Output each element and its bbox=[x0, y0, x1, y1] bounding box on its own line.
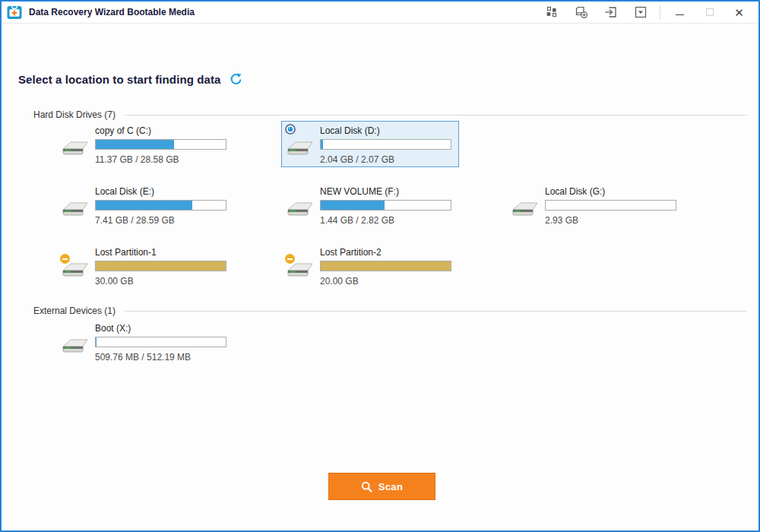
tiles-icon bbox=[546, 6, 558, 18]
drive-cell: Local Disk (D:) 2.04 GB / 2.07 GB bbox=[263, 120, 488, 181]
drive-cell: Lost Partition-1 30.00 GB bbox=[38, 242, 263, 302]
drive-info: Local Disk (G:) 2.93 GB bbox=[545, 182, 683, 227]
minimize-icon bbox=[676, 14, 684, 15]
drive-cell: Local Disk (E:) 7.41 GB / 28.59 GB bbox=[38, 181, 263, 242]
drive-usage-bar bbox=[320, 139, 451, 150]
titlebar: Data Recovery Wizard Bootable Media bbox=[2, 2, 758, 24]
device-plus-icon bbox=[575, 5, 588, 19]
dropdown-box-icon bbox=[634, 5, 648, 19]
drive-usage-fill bbox=[321, 201, 385, 210]
drive-info: copy of C (C:) 11.37 GB / 28.58 GB bbox=[95, 122, 233, 166]
drive-usage-fill bbox=[96, 140, 174, 149]
drive-usage-fill bbox=[321, 261, 451, 271]
drive-name: Boot (X:) bbox=[95, 323, 226, 334]
scan-button-label: Scan bbox=[378, 481, 403, 492]
section-external-devices: External Devices (1) bbox=[33, 306, 747, 316]
hard-disk-grid: copy of C (C:) 11.37 GB / 28.58 GB bbox=[38, 120, 713, 302]
drive-name: Local Disk (E:) bbox=[95, 186, 226, 197]
drive-card[interactable]: Lost Partition-1 30.00 GB bbox=[56, 242, 234, 289]
drive-icon-column bbox=[57, 122, 95, 166]
drive-info: Lost Partition-1 30.00 GB bbox=[95, 243, 233, 288]
hard-drive-icon bbox=[62, 336, 90, 357]
section-label: External Devices (1) bbox=[33, 306, 116, 316]
drive-card[interactable]: Local Disk (G:) 2.93 GB bbox=[506, 182, 684, 228]
drive-usage-fill bbox=[321, 140, 323, 149]
drive-name: Local Disk (D:) bbox=[320, 125, 451, 136]
drive-size: 2.93 GB bbox=[545, 215, 676, 226]
drive-name: copy of C (C:) bbox=[95, 125, 226, 136]
drive-icon-column bbox=[57, 319, 95, 364]
search-icon bbox=[361, 481, 372, 492]
drive-card[interactable]: Boot (X:) 509.76 MB / 512.19 MB bbox=[56, 318, 234, 365]
drive-card[interactable]: Local Disk (D:) 2.04 GB / 2.07 GB bbox=[281, 121, 459, 167]
drive-icon-column bbox=[282, 182, 320, 227]
drive-name: NEW VOLUME (F:) bbox=[320, 186, 451, 197]
drive-usage-bar bbox=[95, 139, 226, 150]
hard-drive-icon bbox=[511, 199, 540, 220]
drive-info: Local Disk (D:) 2.04 GB / 2.07 GB bbox=[320, 122, 458, 166]
drive-info: NEW VOLUME (F:) 1.44 GB / 2.82 GB bbox=[320, 182, 458, 227]
drive-icon-column bbox=[507, 182, 545, 227]
maximize-icon bbox=[706, 8, 714, 16]
drive-cell: Lost Partition-2 20.00 GB bbox=[263, 242, 488, 302]
drive-size: 509.76 MB / 512.19 MB bbox=[95, 352, 226, 363]
drive-usage-bar bbox=[320, 261, 451, 271]
app-logo-icon bbox=[6, 4, 23, 21]
app-window: Data Recovery Wizard Bootable Media bbox=[0, 0, 760, 532]
lost-partition-badge-icon bbox=[60, 254, 70, 264]
drive-size: 7.41 GB / 28.59 GB bbox=[95, 215, 226, 226]
close-icon: ✕ bbox=[734, 7, 744, 18]
drive-size: 2.04 GB / 2.07 GB bbox=[320, 154, 451, 165]
maximize-button[interactable] bbox=[695, 2, 724, 23]
drive-usage-bar bbox=[545, 200, 676, 211]
drive-icon-column bbox=[282, 243, 320, 288]
drive-usage-fill bbox=[96, 201, 192, 210]
drive-icon-column bbox=[57, 182, 95, 227]
page-title: Select a location to start finding data bbox=[18, 73, 220, 86]
drive-usage-fill bbox=[96, 261, 226, 271]
titlebar-separator bbox=[660, 5, 660, 19]
hard-drive-icon bbox=[287, 199, 315, 220]
external-devices-grid: Boot (X:) 509.76 MB / 512.19 MB bbox=[38, 318, 713, 378]
drive-icon-column bbox=[282, 122, 320, 166]
drive-usage-bar bbox=[320, 200, 451, 211]
drive-size: 20.00 GB bbox=[320, 276, 451, 287]
drive-size: 30.00 GB bbox=[95, 276, 226, 287]
drive-name: Local Disk (G:) bbox=[545, 186, 676, 197]
drive-info: Local Disk (E:) 7.41 GB / 28.59 GB bbox=[95, 182, 233, 227]
drive-card[interactable]: copy of C (C:) 11.37 GB / 28.58 GB bbox=[56, 121, 234, 167]
hard-drive-icon bbox=[62, 138, 90, 160]
drive-cell: NEW VOLUME (F:) 1.44 GB / 2.82 GB bbox=[263, 181, 488, 242]
section-divider bbox=[125, 311, 747, 312]
hard-drive-icon bbox=[287, 138, 315, 160]
menu-button[interactable] bbox=[625, 2, 655, 23]
refresh-icon[interactable] bbox=[230, 73, 242, 86]
drive-info: Lost Partition-2 20.00 GB bbox=[320, 243, 458, 288]
section-divider bbox=[125, 115, 747, 116]
section-label: Hard Disk Drives (7) bbox=[33, 109, 116, 120]
drive-name: Lost Partition-2 bbox=[320, 247, 451, 258]
minimize-button[interactable] bbox=[665, 2, 695, 23]
drive-card[interactable]: NEW VOLUME (F:) 1.44 GB / 2.82 GB bbox=[281, 182, 459, 228]
import-arrow-icon bbox=[604, 5, 618, 19]
drive-usage-bar bbox=[95, 261, 226, 271]
section-hard-disk-drives: Hard Disk Drives (7) bbox=[33, 109, 747, 120]
window-title: Data Recovery Wizard Bootable Media bbox=[29, 7, 195, 17]
load-driver-button[interactable] bbox=[566, 2, 596, 23]
lost-partition-badge-icon bbox=[285, 254, 295, 264]
drive-size: 11.37 GB / 28.58 GB bbox=[95, 154, 226, 165]
drive-name: Lost Partition-1 bbox=[95, 247, 226, 258]
hard-drive-icon bbox=[62, 199, 90, 220]
scan-button[interactable]: Scan bbox=[328, 473, 435, 500]
drive-card[interactable]: Local Disk (E:) 7.41 GB / 28.59 GB bbox=[56, 182, 234, 228]
import-button[interactable] bbox=[596, 2, 625, 23]
drive-info: Boot (X:) 509.76 MB / 512.19 MB bbox=[95, 319, 233, 364]
drive-usage-bar bbox=[95, 337, 226, 347]
language-button[interactable] bbox=[537, 2, 566, 23]
drive-card[interactable]: Lost Partition-2 20.00 GB bbox=[281, 242, 459, 289]
drive-cell: Local Disk (G:) 2.93 GB bbox=[488, 181, 713, 242]
close-button[interactable]: ✕ bbox=[724, 2, 754, 23]
drive-cell: copy of C (C:) 11.37 GB / 28.58 GB bbox=[38, 120, 263, 181]
drive-icon-column bbox=[57, 243, 95, 288]
drive-size: 1.44 GB / 2.82 GB bbox=[320, 215, 451, 226]
